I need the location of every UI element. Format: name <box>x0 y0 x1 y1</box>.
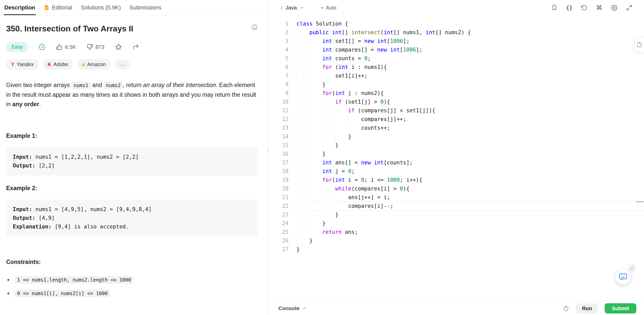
constraint-item: 1 <= nums1.length, nums2.length <= 1000 <box>6 276 258 284</box>
code-line: 12 compares[j]++; <box>269 115 644 124</box>
chevron-down-icon <box>300 5 304 10</box>
code-line: 14 } <box>269 132 644 141</box>
line-number: 24 <box>269 219 289 228</box>
code-line: 19 for(int i = 0; i <= 1000; i++){ <box>269 176 644 184</box>
line-number: 19 <box>269 176 289 184</box>
code-editor[interactable]: 1class Solution {2 public int[] intersec… <box>269 15 644 301</box>
line-number: 5 <box>269 54 289 63</box>
tab-solutions[interactable]: Solutions (5.9K) <box>77 0 125 15</box>
code-line: 17 int ans[] = new int[counts]; <box>269 158 644 167</box>
example-heading: Example 2: <box>6 185 258 192</box>
constraint-code: 0 <= nums1[i], nums2[i] <= 1000 <box>15 290 110 297</box>
bullet-icon <box>7 293 9 294</box>
problem-content: 350. Intersection of Two Arrays II Easy … <box>0 24 268 297</box>
auto-dot-icon <box>321 7 323 9</box>
code-line: 27} <box>269 245 644 254</box>
code-line: 11 if (compares[j] < set1[j]){ <box>269 106 644 115</box>
code-line: 2 public int[] intersect(int[] nums1, in… <box>269 28 644 37</box>
inline-code-nums1: nums1 <box>71 82 91 89</box>
reset-code-icon[interactable] <box>581 5 587 11</box>
thumbs-down-icon <box>87 44 93 50</box>
line-number: 2 <box>269 28 289 37</box>
code-line: 22 compares[i]--; <box>269 202 644 210</box>
code-line: 23 } <box>269 210 644 219</box>
feedback-face-icon[interactable] <box>251 24 258 31</box>
example-section: Example 2:Input: nums1 = [4,9,5], nums2 … <box>6 185 258 237</box>
company-tag-label: Yandex <box>17 62 33 67</box>
line-number: 7 <box>269 71 289 80</box>
editor-toolbar: {} ⌘ <box>551 4 632 11</box>
tab-description-label: Description <box>4 4 35 11</box>
line-number: 27 <box>269 245 289 254</box>
line-number: 1 <box>269 19 289 28</box>
like-button[interactable]: 6.5K <box>56 44 76 50</box>
code-line: 20 while(compares[i] > 0){ <box>269 184 644 193</box>
constraint-code: 1 <= nums1.length, nums2.length <= 1000 <box>15 276 133 284</box>
format-code-icon[interactable]: {} <box>566 5 573 11</box>
difficulty-badge[interactable]: Easy <box>6 42 28 52</box>
console-toggle[interactable]: Console <box>278 305 307 311</box>
code-line: 18 int j = 0; <box>269 167 644 176</box>
code-line: 1class Solution { <box>269 19 644 28</box>
timer-icon[interactable] <box>563 305 569 312</box>
line-number: 15 <box>269 141 289 150</box>
amazon-logo-icon: a <box>82 62 85 67</box>
tab-solutions-label: Solutions (5.9K) <box>81 4 121 11</box>
tab-editorial[interactable]: Editorial <box>40 0 76 15</box>
language-selector[interactable]: i Java <box>281 5 304 11</box>
collapsed-panel-handle[interactable] <box>634 37 644 52</box>
line-number: 6 <box>269 63 289 71</box>
problem-description: Given two integer arrays nums1 and nums2… <box>6 80 258 109</box>
console-bar: Console Run Submit <box>269 301 644 315</box>
tab-submissions[interactable]: Submissions <box>125 0 166 15</box>
dislike-button[interactable]: 873 <box>87 44 104 50</box>
chat-close-icon[interactable]: × <box>628 264 636 273</box>
code-line: 26 } <box>269 236 644 245</box>
chat-smiley-icon <box>619 272 627 281</box>
constraint-item: 0 <= nums1[i], nums2[i] <= 1000 <box>6 290 258 297</box>
line-number: 21 <box>269 193 289 202</box>
scrollbar-cursor-marker <box>636 201 643 202</box>
line-number: 22 <box>269 202 289 210</box>
code-line: 24 } <box>269 219 644 228</box>
line-number: 14 <box>269 132 289 141</box>
shortcuts-icon[interactable]: ⌘ <box>596 4 602 11</box>
fullscreen-expand-icon[interactable] <box>626 5 632 11</box>
help-chat-button[interactable] <box>615 269 631 284</box>
code-line: 25 return ans; <box>269 228 644 236</box>
inline-code-nums2: nums2 <box>104 82 123 89</box>
example-line: Input: nums1 = [4,9,5], nums2 = [9,4,9,8… <box>13 205 251 214</box>
line-number: 25 <box>269 228 289 236</box>
tab-editorial-label: Editorial <box>52 4 72 11</box>
line-number: 20 <box>269 184 289 193</box>
chevron-up-icon <box>302 306 307 311</box>
company-tag-label: Amazon <box>87 62 106 67</box>
bookmark-icon[interactable] <box>551 5 557 11</box>
submit-button[interactable]: Submit <box>605 303 636 313</box>
problem-panel: Description Editorial Solutions (5.9K) S… <box>0 0 268 315</box>
company-tag[interactable]: aAmazon <box>77 59 111 70</box>
company-tag[interactable]: AAdobe <box>43 59 73 70</box>
tab-submissions-label: Submissions <box>129 4 161 11</box>
share-icon[interactable] <box>133 44 139 50</box>
console-label: Console <box>278 305 300 311</box>
code-line: 5 int counts = 0; <box>269 54 644 63</box>
company-tag[interactable]: YYandex <box>6 59 39 70</box>
tab-description[interactable]: Description <box>0 0 40 15</box>
code-line: 10 if (set1[j] > 0){ <box>269 98 644 106</box>
line-number: 4 <box>269 45 289 54</box>
line-number: 17 <box>269 158 289 167</box>
run-button[interactable]: Run <box>576 303 598 313</box>
editorial-doc-icon <box>44 5 49 10</box>
line-number: 26 <box>269 236 289 245</box>
code-line: 21 ans[j++] = i; <box>269 193 644 202</box>
example-heading: Example 1: <box>6 132 258 139</box>
more-tags-button[interactable]: ... <box>115 60 130 69</box>
settings-gear-icon[interactable] <box>611 5 617 11</box>
favorite-star-icon[interactable] <box>115 44 122 50</box>
example-section: Example 1:Input: nums1 = [1,2,2,1], nums… <box>6 132 258 176</box>
autocomplete-toggle[interactable]: Auto <box>321 5 336 11</box>
line-number: 3 <box>269 37 289 45</box>
line-number: 9 <box>269 89 289 98</box>
line-number: 13 <box>269 124 289 132</box>
